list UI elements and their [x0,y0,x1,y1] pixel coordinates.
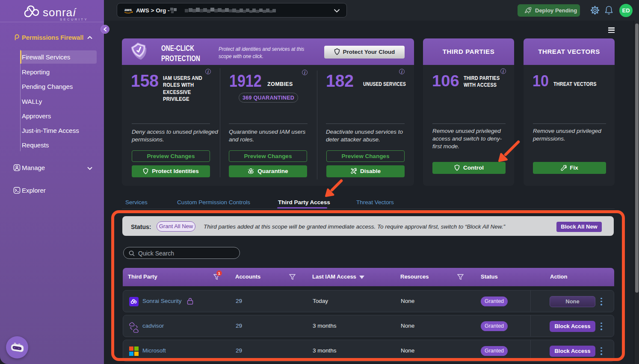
svg-text:aws: aws [124,8,132,12]
